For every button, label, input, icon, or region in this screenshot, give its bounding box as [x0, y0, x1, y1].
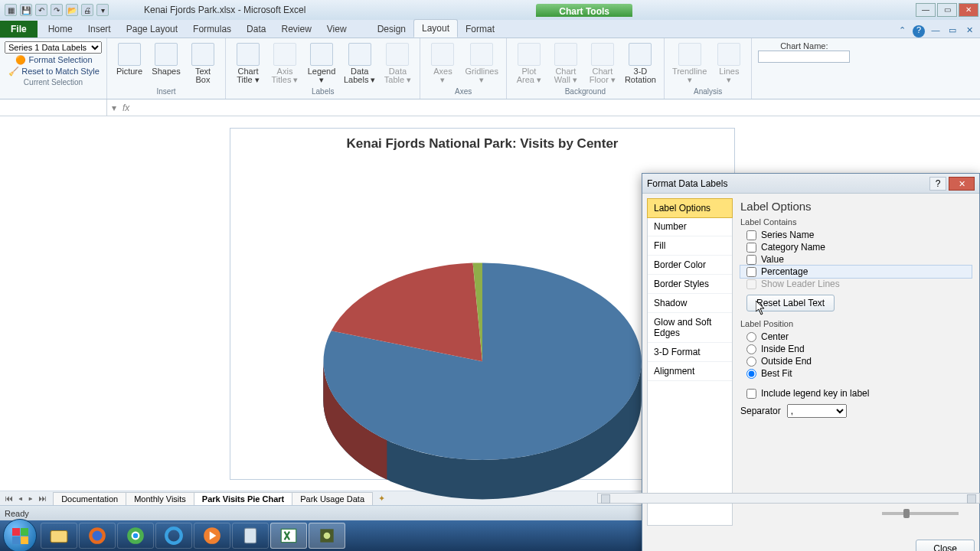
shapes-button[interactable]: Shapes [150, 41, 182, 77]
chart-name-input[interactable] [758, 51, 850, 63]
excel-icon: ▦ [5, 4, 17, 16]
formula-input[interactable] [153, 103, 980, 113]
chk-category-name[interactable]: Category Name [740, 241, 972, 253]
chart-wall-button[interactable]: Chart Wall ▾ [550, 41, 582, 86]
ribbon: Series 1 Data Labels 🟠 Format Selection … [0, 38, 980, 99]
group-axes: Axes ▾ Gridlines ▾ Axes [420, 38, 506, 99]
workbook-min-icon[interactable]: — [929, 25, 942, 37]
tab-formulas[interactable]: Formulas [185, 21, 239, 37]
tab-page-layout[interactable]: Page Layout [119, 21, 185, 37]
chart-floor-button[interactable]: Chart Floor ▾ [586, 41, 619, 86]
sheet-tab-monthly[interactable]: Monthly Visits [126, 492, 194, 505]
open-icon[interactable]: 📂 [66, 4, 78, 16]
3d-rotation-button[interactable]: 3-D Rotation [623, 41, 658, 86]
axis-titles-button[interactable]: Axis Titles ▾ [269, 41, 301, 86]
tab-format[interactable]: Format [458, 21, 502, 37]
name-box-dropdown-icon[interactable]: ▾ [112, 103, 116, 113]
tab-design[interactable]: Design [370, 21, 413, 37]
taskbar-explorer[interactable] [41, 523, 77, 549]
maximize-button[interactable]: ▭ [937, 3, 957, 17]
minimize-button[interactable]: — [916, 3, 936, 17]
qat-more-icon[interactable]: ▾ [96, 4, 109, 16]
axes-button[interactable]: Axes ▾ [426, 41, 459, 86]
tab-review[interactable]: Review [273, 21, 318, 37]
redo-icon[interactable]: ↷ [51, 4, 63, 16]
trendline-button[interactable]: Trendline ▾ [671, 41, 708, 86]
dialog-title-bar[interactable]: Format Data Labels ? ✕ [642, 174, 979, 194]
dialog-heading: Label Options [740, 200, 972, 213]
textbox-button[interactable]: Text Box [187, 41, 219, 86]
help-icon[interactable]: ? [913, 25, 925, 37]
chk-percentage[interactable]: Percentage [740, 266, 972, 278]
nav-alignment[interactable]: Alignment [648, 362, 732, 381]
undo-icon[interactable]: ↶ [35, 4, 47, 16]
nav-border-styles[interactable]: Border Styles [648, 275, 732, 294]
rdo-outside-end[interactable]: Outside End [740, 355, 972, 367]
separator-label: Separator [740, 406, 781, 416]
separator-select[interactable]: , [787, 404, 847, 418]
print-preview-icon[interactable]: 🖨 [81, 4, 93, 16]
nav-3d-format[interactable]: 3-D Format [648, 343, 732, 362]
nav-border-color[interactable]: Border Color [648, 256, 732, 275]
fx-icon[interactable]: fx [122, 103, 129, 113]
gridlines-button[interactable]: Gridlines ▾ [463, 41, 499, 86]
status-ready: Ready [5, 509, 29, 518]
shapes-icon [155, 43, 178, 66]
dialog-close-icon[interactable]: ✕ [949, 177, 975, 191]
dialog-close-button[interactable]: Close [916, 540, 975, 551]
rdo-best-fit[interactable]: Best Fit [740, 367, 972, 380]
chart-tools-tab: Chart Tools [536, 4, 632, 17]
horizontal-scrollbar[interactable] [597, 493, 980, 504]
chk-value[interactable]: Value [740, 253, 972, 266]
save-icon[interactable]: 💾 [20, 4, 32, 16]
reset-style-button[interactable]: 🧹 Reset to Match Style [7, 65, 100, 77]
rdo-inside-end[interactable]: Inside End [740, 343, 972, 355]
group-label: Analysis [694, 86, 722, 97]
chart-element-selector[interactable]: Series 1 Data Labels [5, 41, 102, 54]
file-tab[interactable]: File [0, 21, 38, 37]
nav-number[interactable]: Number [648, 217, 732, 236]
lines-button[interactable]: Lines ▾ [713, 41, 745, 86]
tab-insert[interactable]: Insert [80, 21, 119, 37]
taskbar-ie[interactable] [155, 523, 192, 549]
picture-button[interactable]: Picture [113, 41, 145, 77]
svg-rect-0 [51, 531, 67, 543]
minimize-ribbon-icon[interactable]: ⌃ [896, 25, 908, 37]
rdo-center[interactable]: Center [740, 331, 972, 343]
chk-legend-key[interactable]: Include legend key in label [740, 387, 972, 399]
group-label: Labels [312, 86, 334, 97]
chart-title-button[interactable]: Chart Title ▾ [232, 41, 264, 86]
taskbar-media[interactable] [194, 523, 230, 549]
zoom-slider[interactable] [882, 512, 959, 515]
chk-series-name[interactable]: Series Name [740, 229, 972, 241]
sheet-nav-buttons[interactable]: ⏮ ◀ ▶ ⏭ [0, 494, 53, 503]
name-box[interactable] [3, 103, 103, 113]
nav-glow[interactable]: Glow and Soft Edges [648, 313, 732, 343]
legend-button[interactable]: Legend ▾ [305, 41, 338, 86]
group-current-selection: Series 1 Data Labels 🟠 Format Selection … [0, 38, 107, 99]
plot-area-button[interactable]: Plot Area ▾ [513, 41, 545, 86]
sheet-tab-documentation[interactable]: Documentation [53, 492, 126, 505]
tab-home[interactable]: Home [41, 21, 80, 37]
group-insert: Picture Shapes Text Box Insert [107, 38, 226, 99]
svg-point-5 [133, 533, 139, 539]
worksheet-area[interactable]: Kenai Fjords National Park: Visits by Ce… [0, 116, 980, 491]
nav-shadow[interactable]: Shadow [648, 294, 732, 313]
start-button[interactable] [3, 519, 37, 551]
tab-data[interactable]: Data [239, 21, 273, 37]
chart-title[interactable]: Kenai Fjords National Park: Visits by Ce… [230, 129, 734, 152]
nav-label-options[interactable]: Label Options [647, 198, 733, 218]
taskbar-chrome[interactable] [117, 523, 154, 549]
workbook-max-icon[interactable]: ▭ [946, 25, 959, 37]
tab-view[interactable]: View [319, 21, 354, 37]
dialog-help-icon[interactable]: ? [929, 177, 946, 191]
tab-layout[interactable]: Layout [413, 19, 458, 37]
taskbar-firefox[interactable] [79, 523, 116, 549]
data-table-button[interactable]: Data Table ▾ [381, 41, 413, 86]
format-selection-button[interactable]: 🟠 Format Selection [14, 54, 92, 65]
nav-fill[interactable]: Fill [648, 236, 732, 256]
close-button[interactable]: ✕ [959, 3, 978, 17]
dialog-title: Format Data Labels [647, 178, 929, 189]
workbook-close-icon[interactable]: ✕ [963, 25, 975, 37]
data-labels-button[interactable]: Data Labels ▾ [342, 41, 377, 86]
